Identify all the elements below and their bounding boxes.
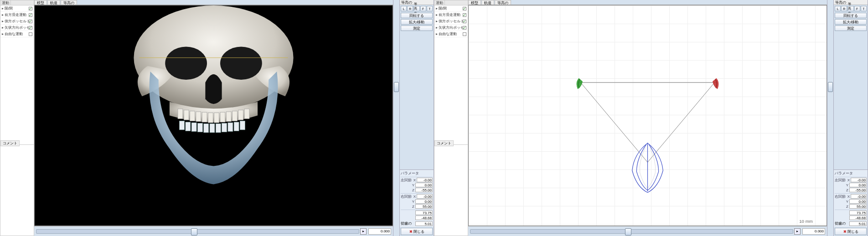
comment-panel: コメント — [434, 144, 468, 236]
checklist-row[interactable]: ▸ 開/閉 — [434, 5, 468, 12]
comment-tab[interactable]: コメント — [434, 140, 454, 146]
checklist-tab[interactable]: 運動 — [434, 0, 445, 5]
checklist-tabs: 運動 — [434, 0, 468, 5]
checkbox[interactable] — [29, 13, 32, 17]
checklist-row[interactable]: ▸ 前方滑走運動 — [434, 12, 468, 18]
rotate-button[interactable]: 回転する — [401, 13, 433, 18]
checkbox[interactable] — [463, 32, 466, 36]
right-ctrl-column: 等高の L R 等高の F T 回転する 拡大/移動 測定 パラメータ 左関節 … — [833, 0, 868, 236]
view-tabs: 模型 軌道 等高の — [468, 0, 827, 5]
checkbox[interactable] — [463, 13, 466, 17]
checklist-row[interactable]: ▸ 前方滑走運動 — [0, 12, 34, 18]
param-section-left-joint: 左関節 X-0.00 Y0.00 Z-55.00 — [401, 177, 433, 192]
view-iso-button[interactable]: 等高の — [847, 6, 853, 11]
svg-point-1 — [165, 47, 207, 80]
timeline-slider[interactable] — [470, 229, 793, 234]
checkbox[interactable] — [29, 32, 32, 36]
param-value: 0.00 — [849, 183, 867, 187]
param-value: -55.00 — [415, 188, 433, 192]
expand-icon: ▸ — [436, 19, 438, 23]
view-F-button[interactable]: F — [420, 6, 426, 11]
svg-rect-10 — [220, 112, 225, 122]
svg-rect-3 — [178, 109, 183, 119]
view-tab[interactable]: 等高の — [495, 0, 511, 5]
checkbox[interactable] — [29, 26, 32, 30]
param-value: 5.01 — [849, 221, 867, 226]
trajectory-plot: 10 mm — [469, 5, 827, 226]
checkbox[interactable] — [463, 20, 466, 23]
scroll-thumb[interactable] — [828, 82, 833, 92]
svg-line-28 — [582, 83, 648, 162]
expand-icon: ▸ — [436, 13, 438, 17]
view-tabs: 模型 軌道 等高の — [34, 0, 393, 5]
slider-thumb[interactable] — [625, 228, 631, 236]
view-tab[interactable]: 等高の — [61, 0, 77, 5]
zoom-pan-button[interactable]: 拡大/移動 — [835, 19, 867, 25]
param-section-extra: 73.75 -48.68 — [401, 210, 433, 220]
svg-rect-5 — [190, 111, 195, 121]
viewport-vscroll[interactable] — [393, 0, 399, 236]
view-tab[interactable]: 模型 — [34, 0, 47, 5]
time-readout: 0.000 — [368, 228, 391, 235]
scroll-thumb[interactable] — [394, 82, 399, 92]
checklist-row[interactable]: ▸ 矢状方向ポッセルト — [434, 25, 468, 31]
skull-3d-viewport[interactable] — [34, 5, 393, 226]
svg-rect-11 — [226, 112, 231, 122]
params-title: パラメータ — [401, 171, 433, 176]
close-button[interactable]: ✖ 閉じる — [401, 228, 433, 235]
view-tab[interactable]: 模型 — [468, 0, 481, 5]
play-button[interactable]: ▸ — [360, 228, 367, 235]
checklist-row[interactable]: ▸ 側方ポッセルト — [434, 18, 468, 25]
comment-tab[interactable]: コメント — [0, 140, 20, 146]
measure-button[interactable]: 測定 — [835, 26, 867, 31]
measure-button[interactable]: 測定 — [401, 26, 433, 31]
checklist-row[interactable]: ▸ 自由な運動 — [0, 31, 34, 37]
view-F-button[interactable]: F — [854, 6, 860, 11]
close-button[interactable]: ✖ 閉じる — [835, 228, 867, 235]
param-value: 0.00 — [415, 183, 433, 187]
svg-rect-17 — [191, 123, 196, 131]
view-R-button[interactable]: R — [407, 6, 413, 11]
left-checklist-panel: 運動 ▸ 開/閉 ▸ 前方滑走運動 ▸ 側方ポッセルト ▸ 矢状方向ポッセルト — [0, 0, 34, 236]
checkbox[interactable] — [29, 20, 32, 23]
slider-thumb[interactable] — [191, 228, 197, 236]
view-T-button[interactable]: T — [861, 6, 867, 11]
checklist-body: ▸ 開/閉 ▸ 前方滑走運動 ▸ 側方ポッセルト ▸ 矢状方向ポッセルト ▸ — [434, 5, 468, 144]
param-value: -48.68 — [849, 215, 867, 220]
svg-rect-18 — [197, 123, 202, 132]
param-section-left-joint: 左関節 X-0.00 Y0.00 Z-55.00 — [835, 177, 867, 192]
svg-rect-7 — [202, 112, 207, 122]
play-button[interactable]: ▸ — [794, 228, 801, 235]
checkbox[interactable] — [463, 7, 466, 10]
view-L-button[interactable]: L — [835, 6, 841, 11]
comment-panel: コメント — [0, 144, 34, 236]
param-value: 73.75 — [415, 210, 433, 215]
view-T-button[interactable]: T — [427, 6, 433, 11]
view-tab[interactable]: 軌道 — [481, 0, 494, 5]
expand-icon: ▸ — [2, 19, 4, 23]
view-tab[interactable]: 軌道 — [47, 0, 60, 5]
view-axis-buttons: L R 等高の F T — [400, 5, 434, 12]
timeline-slider[interactable] — [36, 229, 359, 234]
view-L-button[interactable]: L — [401, 6, 407, 11]
checklist-row[interactable]: ▸ 側方ポッセルト — [0, 18, 34, 25]
viewport-vscroll[interactable] — [827, 0, 833, 236]
checklist-row[interactable]: ▸ 開/閉 — [0, 5, 34, 12]
svg-rect-14 — [244, 109, 249, 119]
checkbox[interactable] — [29, 7, 32, 10]
trajectory-viewport[interactable]: 10 mm — [468, 5, 827, 226]
svg-rect-20 — [210, 124, 215, 133]
checklist-row[interactable]: ▸ 自由な運動 — [434, 31, 468, 37]
expand-icon: ▸ — [2, 26, 4, 30]
parameters-panel: パラメータ 左関節 X-0.00 Y0.00 Z-55.00 右関節 X-0.0… — [834, 169, 868, 227]
checkbox[interactable] — [463, 26, 466, 30]
view-R-button[interactable]: R — [841, 6, 847, 11]
zoom-pan-button[interactable]: 拡大/移動 — [401, 19, 433, 25]
checklist-tab[interactable]: 運動 — [0, 0, 11, 5]
param-section-extra: 73.75 -48.68 — [835, 210, 867, 220]
param-value: 0.00 — [849, 199, 867, 204]
left-view-area: 模型 軌道 等高の — [34, 0, 393, 236]
checklist-row[interactable]: ▸ 矢状方向ポッセルト — [0, 25, 34, 31]
view-iso-button[interactable]: 等高の — [413, 6, 419, 11]
rotate-button[interactable]: 回転する — [835, 13, 867, 18]
